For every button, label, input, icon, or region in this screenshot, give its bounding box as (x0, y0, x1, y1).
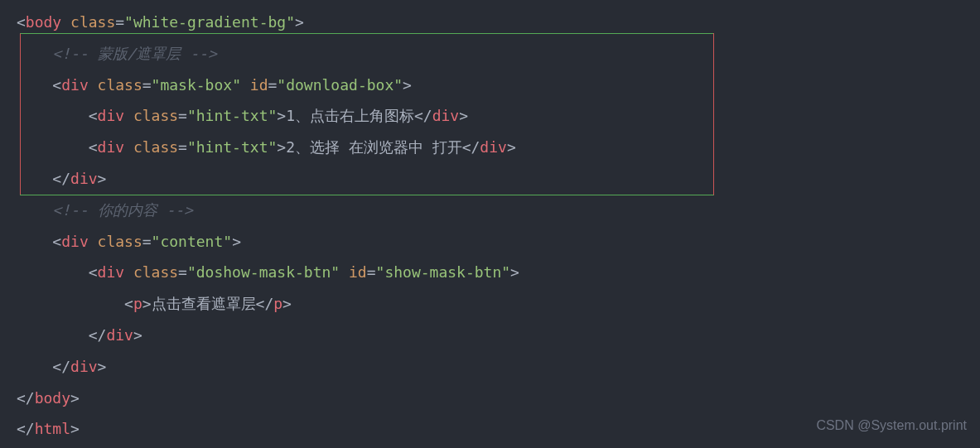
code-line: <div class="mask-box" id="download-box"> (52, 76, 412, 94)
code-line: <div class="hint-txt">1、点击右上角图标</div> (89, 107, 468, 124)
code-line: </body> (17, 389, 80, 407)
code-line: </html> (17, 420, 80, 437)
code-line: <body class="white-gradient-bg"> (17, 13, 304, 31)
code-line: </div> (52, 170, 106, 187)
code-line: <div class="hint-txt">2、选择 在浏览器中 打开</div… (89, 138, 516, 156)
code-comment: <!-- 你的内容 --> (52, 201, 193, 219)
watermark-text: CSDN @System.out.print (816, 412, 967, 440)
code-line: </div> (89, 326, 142, 344)
code-line: <p>点击查看遮罩层</p> (124, 295, 292, 312)
code-block: <body class="white-gradient-bg"> <!-- 蒙版… (17, 7, 963, 445)
code-line: <div class="content"> (52, 233, 241, 250)
code-comment: <!-- 蒙版/遮罩层 --> (52, 45, 216, 62)
code-line: <div class="doshow-mask-btn" id="show-ma… (89, 263, 519, 281)
code-line: </div> (52, 358, 106, 375)
